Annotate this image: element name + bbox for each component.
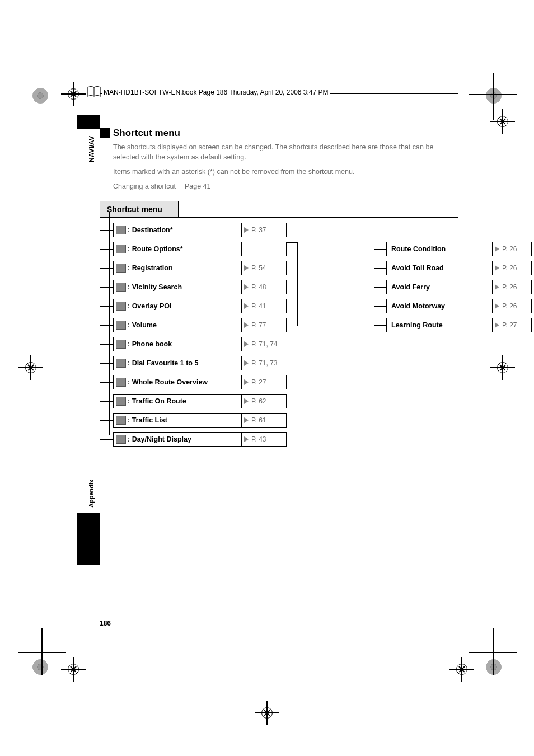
menu-item-icon	[116, 359, 126, 368]
menu-item-icon	[116, 264, 126, 273]
tree-stem-sub	[297, 242, 298, 326]
page-ref: P. 71, 73	[242, 356, 292, 370]
menu-item-label: : Dial Favourite 1 to 5	[128, 359, 198, 367]
tree-stem-main	[109, 212, 110, 435]
menu-item[interactable]: : Phone book	[113, 337, 242, 351]
branch-connector	[100, 242, 113, 256]
sub-menu-row: Route ConditionP. 26	[374, 242, 532, 256]
page-ref-text: P. 61	[251, 416, 266, 424]
menu-item[interactable]: : Vicinity Search	[113, 280, 242, 294]
page-ref-text: P. 62	[251, 397, 266, 405]
branch-connector	[374, 280, 386, 294]
menu-row: : Destination*P. 37	[100, 223, 458, 237]
menu-item[interactable]: : Overlay POI	[113, 299, 242, 313]
menu-item-label: : Volume	[128, 321, 157, 329]
menu-item[interactable]: : Destination*	[113, 223, 242, 237]
menu-item-label: : Route Options*	[128, 245, 183, 253]
tree-connector-top	[286, 242, 298, 243]
cross-reg-ml	[18, 355, 43, 380]
page-ref: P. 27	[242, 375, 287, 389]
header-text: MAN-HD1BT-SOFTW-EN.book Page 186 Thursda…	[102, 88, 330, 96]
menu-item[interactable]: : Day/Night Display	[113, 432, 242, 447]
page-ref-text: P. 26	[502, 245, 517, 253]
branch-connector	[100, 375, 113, 389]
page-ref-text: P. 71, 74	[251, 340, 278, 348]
branch-connector	[100, 432, 113, 447]
menu-item-label: : Registration	[128, 264, 173, 272]
triangle-icon	[244, 398, 249, 404]
page-ref-text: P. 71, 73	[251, 359, 278, 367]
menu-item[interactable]: : Registration	[113, 261, 242, 275]
reg-mark-tr	[486, 88, 502, 104]
branch-connector	[100, 337, 113, 351]
intro-para-3: Changing a shortcutPage 41	[113, 181, 458, 191]
triangle-icon	[495, 322, 499, 328]
page-ref: P. 26	[493, 299, 532, 313]
sub-menu-item-label: Route Condition	[391, 245, 446, 253]
changing-shortcut-text: Changing a shortcut	[113, 182, 176, 190]
page-ref-text: P. 54	[251, 264, 266, 272]
branch-connector	[100, 413, 113, 428]
sub-menu-item[interactable]: Avoid Motorway	[386, 299, 493, 313]
triangle-icon	[244, 360, 249, 366]
crop-line	[469, 652, 517, 653]
side-label-appendix: Appendix	[88, 480, 95, 508]
sub-menu-item[interactable]: Route Condition	[386, 242, 493, 256]
menu-tree: : Destination*P. 37: Route Options*: Reg…	[100, 223, 458, 447]
cross-reg-bl	[61, 657, 86, 682]
page-ref: P. 27	[493, 318, 532, 332]
section-tab: Shortcut menu	[100, 201, 179, 217]
reg-mark-bl	[32, 659, 48, 675]
branch-connector	[100, 223, 113, 237]
menu-item-label: : Traffic List	[128, 416, 167, 424]
cross-reg-tl	[61, 82, 86, 106]
page-ref-text: P. 26	[502, 264, 517, 272]
cross-reg-mr	[490, 355, 515, 380]
menu-item-icon	[116, 321, 126, 330]
crop-line	[469, 94, 517, 95]
intro-para-1: The shortcuts displayed on screen can be…	[113, 142, 458, 162]
side-tab-top	[77, 115, 100, 129]
sub-menu-item[interactable]: Avoid Toll Road	[386, 261, 493, 275]
page-ref-text: P. 26	[502, 283, 517, 291]
side-tab-appendix	[77, 513, 100, 565]
branch-connector	[100, 261, 113, 275]
triangle-icon	[495, 265, 499, 271]
page-ref-text: P. 37	[251, 226, 266, 234]
menu-item-label: : Phone book	[128, 340, 172, 348]
menu-item[interactable]: : Traffic On Route	[113, 394, 242, 408]
menu-item-label: : Day/Night Display	[128, 435, 191, 443]
triangle-icon	[495, 246, 499, 252]
intro-para-2: Items marked with an asterisk (*) can no…	[113, 167, 458, 177]
branch-connector	[100, 318, 113, 332]
menu-item-icon	[116, 397, 126, 406]
page-ref-text: P. 41	[251, 302, 266, 310]
cross-reg-bc	[255, 701, 279, 725]
page-ref: P. 26	[493, 261, 532, 275]
triangle-icon	[244, 265, 249, 271]
page-ref: P. 77	[242, 318, 287, 332]
menu-row: : Traffic ListP. 61	[100, 413, 458, 428]
menu-item[interactable]: : Dial Favourite 1 to 5	[113, 356, 242, 370]
page-ref: P. 71, 74	[242, 337, 292, 351]
page-ref: P. 61	[242, 413, 287, 428]
branch-connector	[374, 318, 386, 332]
branch-connector	[374, 299, 386, 313]
menu-item[interactable]: : Route Options*	[113, 242, 242, 256]
page-ref	[242, 242, 287, 256]
sub-menu-row: Learning RouteP. 27	[374, 318, 532, 332]
branch-connector	[100, 280, 113, 294]
triangle-icon	[244, 436, 249, 442]
book-icon	[87, 85, 101, 101]
sub-menu-item[interactable]: Learning Route	[386, 318, 493, 332]
sub-menu-item[interactable]: Avoid Ferry	[386, 280, 493, 294]
menu-item-icon	[116, 302, 126, 311]
menu-item-label: : Overlay POI	[128, 302, 172, 310]
menu-row: : Whole Route OverviewP. 27	[100, 375, 458, 389]
reg-mark-br	[486, 659, 502, 675]
menu-item[interactable]: : Traffic List	[113, 413, 242, 428]
menu-item-label: : Vicinity Search	[128, 283, 182, 291]
changing-shortcut-ref: Page 41	[185, 182, 211, 190]
menu-item[interactable]: : Whole Route Overview	[113, 375, 242, 389]
menu-item[interactable]: : Volume	[113, 318, 242, 332]
